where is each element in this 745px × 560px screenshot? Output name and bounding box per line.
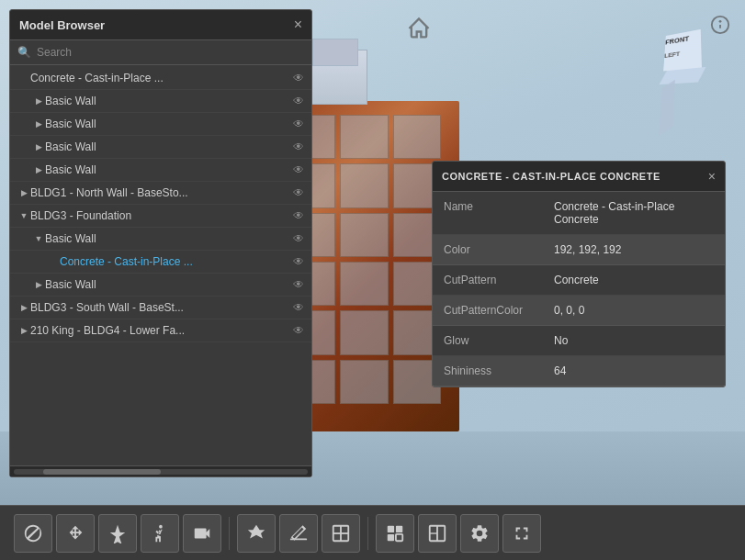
measure-button[interactable] xyxy=(279,514,318,553)
walk-button[interactable] xyxy=(141,514,179,553)
scroll-track xyxy=(14,469,308,475)
prop-name-2: CutPattern xyxy=(433,265,543,295)
prop-row-5: Shininess64 xyxy=(433,356,725,386)
split-view-button[interactable] xyxy=(418,514,457,553)
visibility-toggle-item-bwall6[interactable]: 👁 xyxy=(293,278,304,291)
search-icon: 🔍 xyxy=(17,46,31,59)
tree-item-item-bldg3-south[interactable]: ▶BLDG3 - South Wall - BaseSt...👁 xyxy=(10,297,311,319)
prop-row-0: NameConcrete - Cast-in-Place Concrete xyxy=(433,192,725,235)
prop-name-3: CutPatternColor xyxy=(433,296,543,325)
tree-item-item-bldg1-north[interactable]: ▶BLDG1 - North Wall - BaseSto...👁 xyxy=(10,182,311,205)
tree-item-item-bwall5[interactable]: ▼Basic Wall👁 xyxy=(10,228,311,251)
model-browser-panel: Model Browser × 🔍 Concrete - Cast-in-Pla… xyxy=(9,9,312,477)
prop-row-2: CutPatternConcrete xyxy=(433,265,725,296)
prop-value-1: 192, 192, 192 xyxy=(543,235,725,264)
fullscreen-button[interactable] xyxy=(502,514,541,553)
pan-button[interactable] xyxy=(56,514,95,553)
visibility-toggle-item-bldg3-south[interactable]: 👁 xyxy=(293,301,304,314)
tree-item-label-item-bwall3: Basic Wall xyxy=(45,140,289,153)
visibility-toggle-item-bldg1-north[interactable]: 👁 xyxy=(293,186,304,199)
expand-icon-item-bwall2[interactable]: ▶ xyxy=(32,119,45,129)
visibility-toggle-item-bwall1[interactable]: 👁 xyxy=(293,95,304,107)
tree-item-label-item-bwall5: Basic Wall xyxy=(45,232,289,245)
prop-value-3: 0, 0, 0 xyxy=(543,296,725,325)
visibility-toggle-item-bldg3-foundation[interactable]: 👁 xyxy=(293,209,304,222)
tree-item-label-item-bldg3-south: BLDG3 - South Wall - BaseSt... xyxy=(30,301,289,314)
svg-rect-4 xyxy=(290,538,307,540)
model-views-button[interactable] xyxy=(376,514,414,553)
expand-icon-item-bldg3-foundation[interactable]: ▼ xyxy=(17,211,30,220)
expand-icon-item-bwall5[interactable]: ▼ xyxy=(32,234,45,243)
scroll-thumb[interactable] xyxy=(43,469,161,475)
tree-item-label-item-concrete-active: Concrete - Cast-in-Place ... xyxy=(60,255,289,268)
tree-item-item-210king[interactable]: ▶210 King - BLDG4 - Lower Fa...👁 xyxy=(10,319,311,342)
prop-row-4: GlowNo xyxy=(433,326,725,356)
popup-close-button[interactable]: × xyxy=(708,169,716,184)
bottom-toolbar xyxy=(0,505,745,560)
fly-button[interactable] xyxy=(98,514,137,553)
prop-name-0: Name xyxy=(433,192,543,234)
cube-face-front: FRONT xyxy=(663,29,702,71)
tree-item-label-item-210king: 210 King - BLDG4 - Lower Fa... xyxy=(30,324,289,337)
popup-title: CONCRETE - CAST-IN-PLACE CONCRETE xyxy=(442,171,660,182)
toolbar-divider-1 xyxy=(229,517,230,550)
tree-item-item-bwall4[interactable]: ▶Basic Wall👁 xyxy=(10,159,311,182)
tree-item-item-concrete[interactable]: Concrete - Cast-in-Place ...👁 xyxy=(10,67,311,90)
expand-icon-item-bldg1-north[interactable]: ▶ xyxy=(17,188,30,197)
prop-name-1: Color xyxy=(433,235,543,264)
visibility-toggle-item-concrete[interactable]: 👁 xyxy=(293,72,304,84)
prop-name-5: Shininess xyxy=(433,356,543,386)
tree-item-label-item-bwall2: Basic Wall xyxy=(45,118,289,130)
tree-item-item-bwall2[interactable]: ▶Basic Wall👁 xyxy=(10,113,311,136)
prop-value-0: Concrete - Cast-in-Place Concrete xyxy=(543,192,725,234)
visibility-toggle-item-concrete-active[interactable]: 👁 xyxy=(293,255,304,268)
tree-item-item-bldg3-foundation[interactable]: ▼BLDG3 - Foundation👁 xyxy=(10,205,311,228)
tree-item-label-item-bldg1-north: BLDG1 - North Wall - BaseSto... xyxy=(30,186,289,199)
prop-row-1: Color192, 192, 192 xyxy=(433,235,725,265)
home-button[interactable] xyxy=(404,14,434,43)
section-button[interactable] xyxy=(322,514,360,553)
expand-icon-item-bwall1[interactable]: ▶ xyxy=(32,96,45,106)
prop-name-4: Glow xyxy=(433,326,543,355)
tree-item-item-bwall1[interactable]: ▶Basic Wall👁 xyxy=(10,90,311,113)
explode-button[interactable] xyxy=(237,514,276,553)
camera-button[interactable] xyxy=(183,514,221,553)
expand-icon-item-bwall3[interactable]: ▶ xyxy=(32,142,45,151)
popup-body: NameConcrete - Cast-in-Place ConcreteCol… xyxy=(433,192,725,386)
tree-item-label-item-bwall4: Basic Wall xyxy=(45,163,289,176)
tree-item-item-bwall6[interactable]: ▶Basic Wall👁 xyxy=(10,274,311,297)
prop-value-5: 64 xyxy=(543,356,725,386)
horizontal-scrollbar[interactable] xyxy=(10,465,311,476)
visibility-toggle-item-210king[interactable]: 👁 xyxy=(293,324,304,337)
settings-button[interactable] xyxy=(460,514,499,553)
tree-item-label-item-concrete: Concrete - Cast-in-Place ... xyxy=(30,72,289,84)
tree-item-label-item-bwall1: Basic Wall xyxy=(45,95,289,107)
tree-item-item-bwall3[interactable]: ▶Basic Wall👁 xyxy=(10,136,311,159)
toolbar-divider-2 xyxy=(367,517,368,550)
tree-item-label-item-bldg3-foundation: BLDG3 - Foundation xyxy=(30,209,289,222)
visibility-toggle-item-bwall5[interactable]: 👁 xyxy=(293,232,304,245)
tree-item-label-item-bwall6: Basic Wall xyxy=(45,278,289,291)
expand-icon-item-bldg3-south[interactable]: ▶ xyxy=(17,303,30,312)
expand-icon-item-210king[interactable]: ▶ xyxy=(17,326,30,335)
svg-point-3 xyxy=(159,524,163,528)
roof-equipment-3 xyxy=(312,39,358,66)
visibility-toggle-item-bwall3[interactable]: 👁 xyxy=(293,140,304,153)
svg-rect-11 xyxy=(396,533,402,540)
panel-close-button[interactable]: × xyxy=(294,17,302,32)
panel-header: Model Browser × xyxy=(10,10,311,40)
expand-icon-item-bwall6[interactable]: ▶ xyxy=(32,280,45,289)
prop-value-4: No xyxy=(543,326,725,355)
prop-row-3: CutPatternColor0, 0, 0 xyxy=(433,296,725,326)
visibility-toggle-item-bwall4[interactable]: 👁 xyxy=(293,163,304,176)
svg-rect-10 xyxy=(388,533,394,540)
search-input[interactable] xyxy=(37,46,304,59)
expand-icon-item-bwall4[interactable]: ▶ xyxy=(32,165,45,174)
svg-rect-9 xyxy=(396,525,402,532)
tree-item-item-concrete-active[interactable]: Concrete - Cast-in-Place ...👁 xyxy=(10,251,311,274)
nav-cube[interactable]: FRONT LEFT xyxy=(653,28,727,101)
visibility-toggle-item-bwall2[interactable]: 👁 xyxy=(293,118,304,130)
tree-container[interactable]: Concrete - Cast-in-Place ...👁▶Basic Wall… xyxy=(10,65,311,465)
orbit-button[interactable] xyxy=(14,514,52,553)
panel-title: Model Browser xyxy=(19,18,105,32)
